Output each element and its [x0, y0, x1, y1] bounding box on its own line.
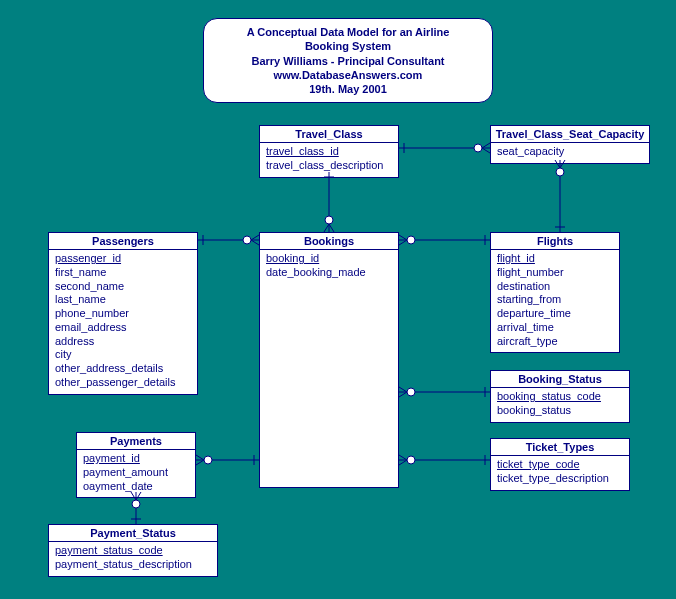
entity-attr: travel_class_description	[266, 159, 392, 173]
svg-point-23	[204, 456, 212, 464]
entity-attr: address	[55, 335, 191, 349]
title-line-4: 19th. May 2001	[228, 82, 468, 96]
entity-pk: ticket_type_code	[497, 458, 623, 472]
entity-ticket-types: Ticket_Types ticket_type_code ticket_typ…	[490, 438, 630, 491]
svg-point-14	[407, 236, 415, 244]
entity-header: Booking_Status	[491, 371, 629, 388]
entity-header: Ticket_Types	[491, 439, 629, 456]
entity-attr: payment_status_description	[55, 558, 211, 572]
entity-pk: payment_status_code	[55, 544, 211, 558]
entity-body: seat_capacity	[491, 143, 649, 163]
entity-attr: other_address_details	[55, 362, 191, 376]
entity-booking-status: Booking_Status booking_status_code booki…	[490, 370, 630, 423]
entity-attr: oayment_date	[83, 480, 189, 494]
entity-pk: payment_id	[83, 452, 189, 466]
entity-travel-class-seat-capacity: Travel_Class_Seat_Capacity seat_capacity	[490, 125, 650, 164]
svg-point-17	[407, 388, 415, 396]
entity-header: Bookings	[260, 233, 398, 250]
entity-header: Payment_Status	[49, 525, 217, 542]
entity-payments: Payments payment_id payment_amount oayme…	[76, 432, 196, 498]
entity-attr: destination	[497, 280, 613, 294]
entity-attr: first_name	[55, 266, 191, 280]
entity-pk: passenger_id	[55, 252, 191, 266]
entity-attr: last_name	[55, 293, 191, 307]
entity-attr: booking_status	[497, 404, 623, 418]
svg-point-20	[407, 456, 415, 464]
entity-attr: aircraft_type	[497, 335, 613, 349]
entity-flights: Flights flight_id flight_number destinat…	[490, 232, 620, 353]
entity-attr: ticket_type_description	[497, 472, 623, 486]
entity-pk: booking_status_code	[497, 390, 623, 404]
entity-pk: travel_class_id	[266, 145, 392, 159]
entity-attr: city	[55, 348, 191, 362]
svg-point-8	[556, 168, 564, 176]
entity-body: travel_class_id travel_class_description	[260, 143, 398, 177]
svg-point-2	[474, 144, 482, 152]
entity-body: payment_status_code payment_status_descr…	[49, 542, 217, 576]
entity-attr: flight_number	[497, 266, 613, 280]
entity-attr: arrival_time	[497, 321, 613, 335]
entity-passengers: Passengers passenger_id first_name secon…	[48, 232, 198, 395]
title-line-2: Barry Williams - Principal Consultant	[228, 54, 468, 68]
svg-point-26	[132, 500, 140, 508]
entity-attr: other_passenger_details	[55, 376, 191, 390]
entity-header: Travel_Class	[260, 126, 398, 143]
entity-body: payment_id payment_amount oayment_date	[77, 450, 195, 497]
entity-header: Flights	[491, 233, 619, 250]
entity-attr: date_booking_made	[266, 266, 392, 280]
svg-point-5	[325, 216, 333, 224]
title-line-1: A Conceptual Data Model for an Airline B…	[228, 25, 468, 54]
entity-payment-status: Payment_Status payment_status_code payme…	[48, 524, 218, 577]
entity-header: Passengers	[49, 233, 197, 250]
entity-attr: payment_amount	[83, 466, 189, 480]
entity-attr: second_name	[55, 280, 191, 294]
diagram-title-box: A Conceptual Data Model for an Airline B…	[203, 18, 493, 103]
entity-body: booking_id date_booking_made	[260, 250, 398, 284]
entity-body: passenger_id first_name second_name last…	[49, 250, 197, 394]
entity-header: Travel_Class_Seat_Capacity	[491, 126, 649, 143]
entity-bookings: Bookings booking_id date_booking_made	[259, 232, 399, 488]
svg-point-11	[243, 236, 251, 244]
entity-body: flight_id flight_number destination star…	[491, 250, 619, 352]
entity-pk: booking_id	[266, 252, 392, 266]
entity-pk: flight_id	[497, 252, 613, 266]
entity-body: ticket_type_code ticket_type_description	[491, 456, 629, 490]
entity-attr: email_address	[55, 321, 191, 335]
entity-attr: starting_from	[497, 293, 613, 307]
entity-attr: phone_number	[55, 307, 191, 321]
entity-attr: seat_capacity	[497, 145, 643, 159]
entity-header: Payments	[77, 433, 195, 450]
entity-travel-class: Travel_Class travel_class_id travel_clas…	[259, 125, 399, 178]
entity-body: booking_status_code booking_status	[491, 388, 629, 422]
entity-attr: departure_time	[497, 307, 613, 321]
title-line-3: www.DatabaseAnswers.com	[228, 68, 468, 82]
